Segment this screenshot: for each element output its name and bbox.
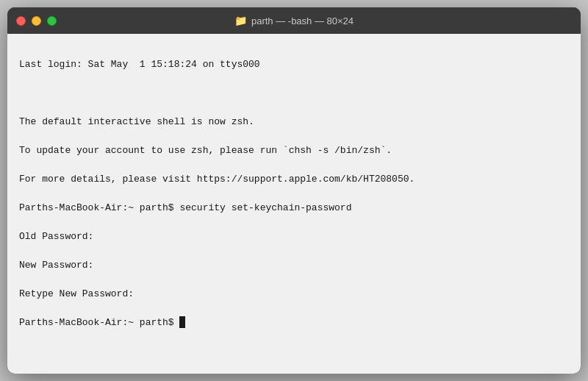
terminal-line-1: Last login: Sat May 1 15:18:24 on ttys00…	[19, 59, 260, 70]
window-title: 📁 parth — -bash — 80×24	[234, 15, 354, 26]
terminal-line-5: For more details, please visit https://s…	[19, 174, 415, 185]
terminal-window: 📁 parth — -bash — 80×24 Last login: Sat …	[7, 7, 581, 374]
terminal-line-6: Parths-MacBook-Air:~ parth$ security set…	[19, 202, 351, 213]
terminal-line-10: Parths-MacBook-Air:~ parth$	[19, 317, 179, 328]
titlebar: 📁 parth — -bash — 80×24	[7, 7, 581, 34]
terminal-body[interactable]: Last login: Sat May 1 15:18:24 on ttys00…	[7, 34, 581, 374]
traffic-lights	[16, 16, 57, 26]
title-text: parth — -bash — 80×24	[251, 15, 354, 26]
cursor	[179, 316, 185, 328]
minimize-button[interactable]	[32, 16, 41, 26]
terminal-line-4: To update your account to use zsh, pleas…	[19, 145, 392, 156]
folder-icon: 📁	[234, 15, 247, 26]
terminal-output: Last login: Sat May 1 15:18:24 on ttys00…	[19, 43, 569, 358]
terminal-line-3: The default interactive shell is now zsh…	[19, 116, 254, 127]
terminal-line-7: Old Password:	[19, 231, 93, 242]
terminal-line-2	[19, 88, 25, 99]
terminal-line-9: Retype New Password:	[19, 288, 134, 299]
terminal-line-8: New Password:	[19, 260, 93, 271]
close-button[interactable]	[16, 16, 26, 26]
maximize-button[interactable]	[47, 16, 57, 26]
